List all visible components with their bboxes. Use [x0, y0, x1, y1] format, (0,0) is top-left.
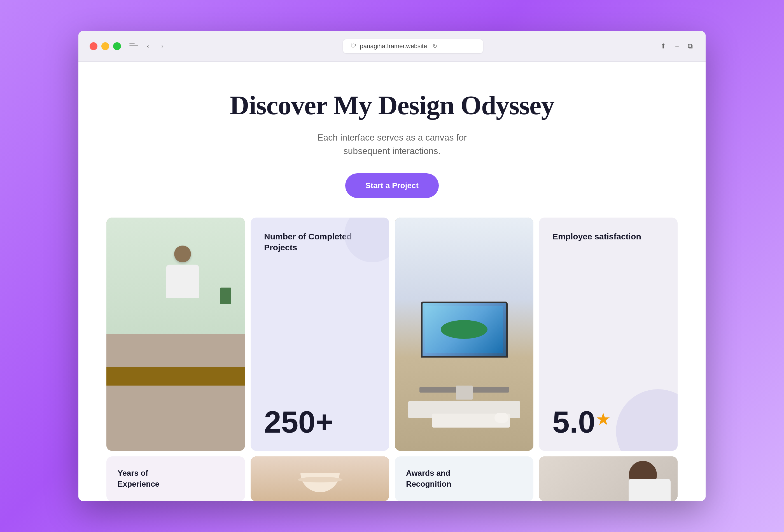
decorative-circle	[344, 218, 389, 262]
completed-projects-value: 250+	[264, 407, 376, 437]
screen-content	[425, 306, 503, 353]
person-figure	[148, 246, 218, 386]
url-text: panagiha.framer.website	[360, 43, 427, 50]
photo-laptop-card	[395, 218, 533, 451]
browser-window: ‹ › 🛡 panagiha.framer.website ↻ ⬆ + ⧉ Di…	[78, 31, 706, 501]
hero-section: Discover My Design Odyssey Each interfac…	[78, 62, 706, 218]
reload-icon[interactable]: ↻	[432, 43, 437, 50]
cta-button[interactable]: Start a Project	[345, 173, 439, 198]
star-icon: ★	[596, 412, 610, 427]
plant-decoration	[220, 287, 231, 304]
person-torso	[166, 264, 199, 298]
tabs-button[interactable]: ⧉	[686, 40, 694, 52]
photo-woman-card	[106, 218, 245, 451]
bowl-rim	[298, 477, 342, 482]
browser-controls: ‹ ›	[129, 41, 167, 51]
back-button[interactable]: ‹	[143, 41, 153, 51]
employee-satisfaction-card: Employee satisfaction 5.0 ★	[539, 218, 678, 451]
sidebar-toggle-icon[interactable]	[129, 43, 138, 50]
browser-content: Discover My Design Odyssey Each interfac…	[78, 62, 706, 501]
maximize-button[interactable]	[113, 42, 121, 50]
address-bar-container: 🛡 panagiha.framer.website ↻	[176, 39, 650, 53]
browser-actions: ⬆ + ⧉	[659, 40, 694, 52]
hero-subtitle: Each interface serves as a canvas forsub…	[90, 131, 694, 158]
years-experience-label: Years ofExperience	[118, 468, 159, 489]
address-bar[interactable]: 🛡 panagiha.framer.website ↻	[343, 39, 483, 53]
laptop-stand	[456, 386, 473, 399]
person-head	[174, 246, 191, 262]
shield-icon: 🛡	[351, 43, 357, 49]
close-button[interactable]	[90, 42, 97, 50]
browser-chrome: ‹ › 🛡 panagiha.framer.website ↻ ⬆ + ⧉	[78, 31, 706, 62]
photo-person2-card	[539, 456, 678, 501]
photo-bowl-card	[251, 456, 389, 501]
awards-recognition-card: Awards andRecognition	[395, 456, 533, 501]
person2-shoulder	[628, 479, 671, 501]
forward-button[interactable]: ›	[157, 41, 167, 51]
awards-recognition-label: Awards andRecognition	[406, 468, 451, 489]
new-tab-button[interactable]: +	[673, 40, 681, 52]
employee-satisfaction-label: Employee satisfaction	[553, 231, 664, 242]
island-on-screen	[441, 320, 487, 339]
share-button[interactable]: ⬆	[659, 40, 668, 52]
mouse	[495, 413, 508, 423]
completed-projects-card: Number of Completed Projects 250+	[251, 218, 389, 451]
cards-grid-row2: Years ofExperience Awards andRecognition	[78, 456, 706, 501]
cards-grid-row1: Number of Completed Projects 250+	[78, 218, 706, 451]
laptop-screen	[421, 302, 508, 358]
years-experience-card: Years ofExperience	[106, 456, 245, 501]
hero-title: Discover My Design Odyssey	[90, 90, 694, 121]
employee-satisfaction-value: 5.0 ★	[553, 407, 664, 437]
traffic-lights	[90, 42, 121, 50]
minimize-button[interactable]	[101, 42, 109, 50]
